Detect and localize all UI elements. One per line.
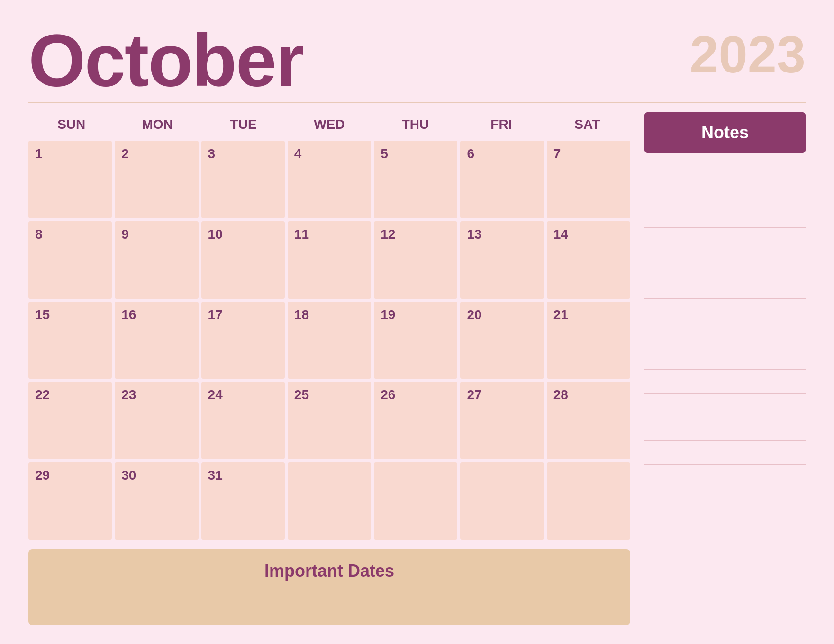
calendar-cell-17[interactable]: 17 bbox=[201, 302, 285, 379]
note-line-1[interactable] bbox=[644, 157, 806, 180]
calendar-cell-9[interactable]: 9 bbox=[115, 221, 198, 299]
year-title: 2023 bbox=[689, 28, 806, 80]
calendar-cell-19[interactable]: 19 bbox=[374, 302, 457, 379]
day-header-sun: SUN bbox=[28, 112, 114, 137]
day-header-mon: MON bbox=[114, 112, 200, 137]
calendar-grid: 1 2 3 4 5 6 7 8 9 10 11 12 13 14 15 16 1… bbox=[28, 141, 630, 540]
notes-section: Notes bbox=[644, 112, 806, 625]
page: October 2023 SUN MON TUE WED THU FRI SAT… bbox=[0, 0, 834, 644]
note-line-11[interactable] bbox=[644, 394, 806, 417]
calendar-cell-28[interactable]: 28 bbox=[547, 382, 630, 459]
calendar-cell-4[interactable]: 4 bbox=[288, 141, 371, 218]
header-divider bbox=[28, 102, 806, 103]
calendar-cell-30[interactable]: 30 bbox=[115, 462, 198, 540]
calendar-cell-5[interactable]: 5 bbox=[374, 141, 457, 218]
day-header-sat: SAT bbox=[544, 112, 630, 137]
header: October 2023 bbox=[28, 24, 806, 97]
note-line-3[interactable] bbox=[644, 204, 806, 228]
main-content: SUN MON TUE WED THU FRI SAT 1 2 3 4 5 6 … bbox=[28, 112, 806, 625]
day-header-wed: WED bbox=[286, 112, 372, 137]
month-title: October bbox=[28, 24, 303, 97]
calendar-cell-12[interactable]: 12 bbox=[374, 221, 457, 299]
important-dates-box[interactable]: Important Dates bbox=[28, 549, 630, 625]
note-line-6[interactable] bbox=[644, 275, 806, 299]
calendar-cell-1[interactable]: 1 bbox=[28, 141, 112, 218]
calendar-cell-16[interactable]: 16 bbox=[115, 302, 198, 379]
calendar-cell-13[interactable]: 13 bbox=[460, 221, 544, 299]
calendar-cell-27[interactable]: 27 bbox=[460, 382, 544, 459]
day-headers: SUN MON TUE WED THU FRI SAT bbox=[28, 112, 630, 137]
calendar-cell-29[interactable]: 29 bbox=[28, 462, 112, 540]
note-line-14[interactable] bbox=[644, 465, 806, 488]
calendar-cell-empty-3 bbox=[460, 462, 544, 540]
note-line-10[interactable] bbox=[644, 370, 806, 394]
calendar-cell-3[interactable]: 3 bbox=[201, 141, 285, 218]
day-header-tue: TUE bbox=[200, 112, 286, 137]
note-line-13[interactable] bbox=[644, 441, 806, 465]
calendar-cell-10[interactable]: 10 bbox=[201, 221, 285, 299]
calendar-cell-25[interactable]: 25 bbox=[288, 382, 371, 459]
calendar-cell-11[interactable]: 11 bbox=[288, 221, 371, 299]
calendar-cell-31[interactable]: 31 bbox=[201, 462, 285, 540]
calendar-cell-24[interactable]: 24 bbox=[201, 382, 285, 459]
calendar-cell-6[interactable]: 6 bbox=[460, 141, 544, 218]
day-header-thu: THU bbox=[372, 112, 458, 137]
calendar-cell-15[interactable]: 15 bbox=[28, 302, 112, 379]
day-header-fri: FRI bbox=[458, 112, 544, 137]
note-line-12[interactable] bbox=[644, 417, 806, 441]
calendar-cell-14[interactable]: 14 bbox=[547, 221, 630, 299]
calendar-cell-empty-1 bbox=[288, 462, 371, 540]
note-line-9[interactable] bbox=[644, 346, 806, 370]
calendar-cell-22[interactable]: 22 bbox=[28, 382, 112, 459]
note-line-2[interactable] bbox=[644, 180, 806, 204]
calendar-cell-empty-4 bbox=[547, 462, 630, 540]
calendar-cell-23[interactable]: 23 bbox=[115, 382, 198, 459]
notes-header-text: Notes bbox=[701, 123, 749, 142]
calendar-cell-26[interactable]: 26 bbox=[374, 382, 457, 459]
note-line-7[interactable] bbox=[644, 299, 806, 322]
calendar-cell-8[interactable]: 8 bbox=[28, 221, 112, 299]
calendar-cell-21[interactable]: 21 bbox=[547, 302, 630, 379]
calendar-cell-2[interactable]: 2 bbox=[115, 141, 198, 218]
calendar-cell-18[interactable]: 18 bbox=[288, 302, 371, 379]
notes-lines[interactable] bbox=[644, 157, 806, 625]
important-dates-section: Important Dates bbox=[28, 549, 630, 625]
important-dates-title: Important Dates bbox=[43, 561, 616, 581]
notes-header: Notes bbox=[644, 112, 806, 153]
note-line-4[interactable] bbox=[644, 228, 806, 251]
calendar-cell-20[interactable]: 20 bbox=[460, 302, 544, 379]
calendar-section: SUN MON TUE WED THU FRI SAT 1 2 3 4 5 6 … bbox=[28, 112, 630, 625]
note-line-8[interactable] bbox=[644, 322, 806, 346]
calendar-cell-empty-2 bbox=[374, 462, 457, 540]
calendar-cell-7[interactable]: 7 bbox=[547, 141, 630, 218]
note-line-5[interactable] bbox=[644, 251, 806, 275]
